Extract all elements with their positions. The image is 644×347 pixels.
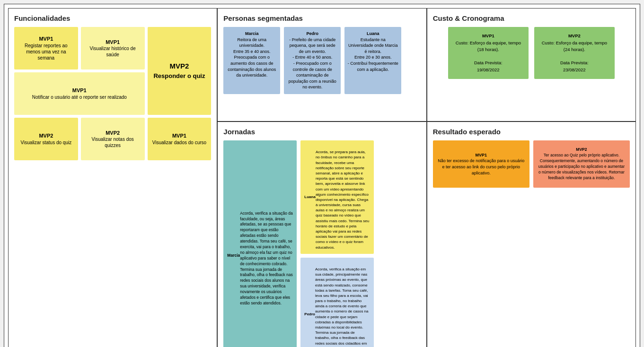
custo-notes: MVP1Custo: Esforço da equipe, tempo (18 … xyxy=(433,27,630,79)
resultado-mvp1: MVP1Não ter excesso de notificação para … xyxy=(433,140,529,188)
func-note-4: MVP2Visualizar status do quiz xyxy=(14,118,78,160)
jornada-luana: LuanaAcorda, se prepara para aula, no ôn… xyxy=(300,140,374,254)
func-note-3: MVP1Notificar o usuário até o reporte se… xyxy=(14,72,145,115)
persona-pedro: Pedro- Prefeito de uma cidade pequena, q… xyxy=(284,27,341,94)
resultado-mvp2: MVP2Ter acesso ao Quiz pelo próprio apli… xyxy=(533,140,630,188)
resultado-title: Resultado esperado xyxy=(433,128,630,136)
func-grid: MVP1Registar reportes ao menos uma vez n… xyxy=(14,27,211,160)
custo-mvp1: MVP1Custo: Esforço da equipe, tempo (18 … xyxy=(448,27,529,79)
personas-title: Personas segmentadas xyxy=(223,14,420,22)
resultado-notes: MVP1Não ter excesso de notificação para … xyxy=(433,140,630,188)
custo-title: Custo & Cronograma xyxy=(433,14,630,22)
custo-mvp2: MVP2Custo: Esforço da equipe, tempo (24 … xyxy=(534,27,615,79)
func-note-1: MVP1Registar reportes ao menos uma vez n… xyxy=(14,27,78,69)
func-note-mvp2-quiz: MVP2Responder o quiz xyxy=(148,27,212,115)
func-note-2: MVP1Visualizar histórico de saúde xyxy=(81,27,145,69)
jornada-pedro: PedroAcorda, verifica a situação em sua … xyxy=(300,258,374,347)
jornadas-section: Jornadas MarciaAcorda, verifica a situaç… xyxy=(217,121,426,347)
jornadas-notes: MarciaAcorda, verifica a situação da fac… xyxy=(223,140,420,347)
canvas-wrapper: Personas segmentadas MarciaReitora de um… xyxy=(4,4,640,347)
persona-luana: LuanaEstudante na Universidade onde Marc… xyxy=(344,27,401,94)
jornadas-title: Jornadas xyxy=(223,128,420,136)
persona-marcia: MarciaReitora de uma universidade.Entre … xyxy=(223,27,280,94)
personas-grid: MarciaReitora de uma universidade.Entre … xyxy=(223,27,420,94)
main-grid: Personas segmentadas MarciaReitora de um… xyxy=(8,8,636,347)
jornada-marcia: MarciaAcorda, verifica a situação da fac… xyxy=(223,140,297,347)
funcionalidades-section: Funcionalidades MVP1Registar reportes ao… xyxy=(8,8,217,347)
personas-section: Personas segmentadas MarciaReitora de um… xyxy=(217,8,426,121)
func-note-5: MVP2Visualizar notas dos quizzes xyxy=(81,118,145,160)
func-note-6: MVP1Visualizar dados do curso xyxy=(148,118,212,160)
funcionalidades-title: Funcionalidades xyxy=(14,14,211,22)
resultado-section: Resultado esperado MVP1Não ter excesso d… xyxy=(427,121,636,347)
custo-section: Custo & Cronograma MVP1Custo: Esforço da… xyxy=(427,8,636,121)
